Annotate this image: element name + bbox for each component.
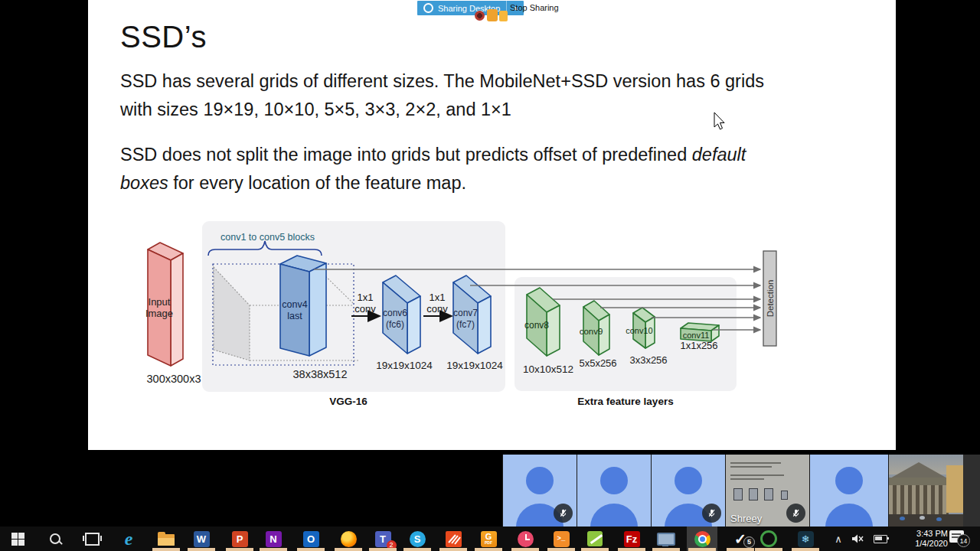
photo-umbrella: [936, 517, 942, 521]
open-app-indicator: [403, 548, 431, 551]
muted-mic-icon: [554, 504, 573, 523]
open-app-indicator: [618, 548, 645, 551]
open-app-indicator: [727, 548, 754, 551]
notification-center-button[interactable]: 14: [949, 530, 964, 543]
thumb-diagram-box: [781, 491, 788, 500]
paragraph-2-line-1: SSD does not split the image into grids …: [120, 141, 746, 169]
participant-tile-2[interactable]: [577, 455, 651, 527]
participant-name: Shreey: [730, 513, 762, 524]
open-app-indicator: [652, 548, 680, 551]
photo-building: [946, 465, 963, 513]
avatar-tile-bg: [810, 455, 888, 527]
avatar-icon: [825, 504, 873, 527]
windows-taskbar: 3:43 PM 1/4/2020 14 eWPNOT2SGPDF>_Fz✓5❄∧: [0, 527, 980, 551]
page-favicon-red-icon: [475, 11, 485, 21]
slide-title: SSD’s: [120, 20, 207, 54]
paragraph-1-line-2: with sizes 19×19, 10×10, 5×5, 3×3, 2×2, …: [120, 96, 764, 124]
photo-umbrella: [900, 517, 905, 520]
open-app-indicator: [369, 548, 397, 551]
start-button-icon[interactable]: [2, 527, 33, 551]
open-app-indicator: [688, 548, 716, 551]
strip-right-gap: [963, 455, 980, 527]
thumb-text-line: [730, 474, 784, 476]
open-app-indicator: [439, 548, 467, 551]
open-app-indicator: [475, 548, 502, 551]
participant-tile-6[interactable]: [888, 455, 963, 527]
muted-mic-icon: [786, 504, 805, 523]
avatar-icon: [600, 467, 628, 494]
stop-sharing-button[interactable]: Stop Sharing: [510, 3, 559, 12]
avatar-icon: [835, 467, 863, 494]
avatar-icon: [526, 467, 554, 494]
avatar-icon: [590, 504, 638, 527]
participant-tile-3[interactable]: [651, 455, 725, 527]
avatar-icon: [675, 467, 702, 494]
open-app-indicator: [547, 548, 575, 551]
paragraph-2-line-2: boxes for every location of the feature …: [120, 169, 746, 197]
thumb-diagram-box: [749, 488, 758, 500]
avatar-tile-bg: [577, 455, 651, 527]
open-app-indicator: [335, 548, 362, 551]
search-button-icon[interactable]: [40, 527, 70, 551]
page-favicon-orange2-icon: [499, 11, 508, 21]
thumb-diagram-box: [733, 488, 743, 500]
pantheon-photo: [889, 455, 963, 527]
open-app-indicator: [297, 548, 325, 551]
open-app-indicator: [226, 548, 253, 551]
photo-umbrella: [920, 516, 925, 520]
sharing-gear-icon: [423, 3, 433, 13]
clock-date: 1/4/2020: [897, 539, 948, 549]
open-app-indicator: [152, 548, 180, 551]
paragraph-1-line-1: SSD has several grids of different sizes…: [120, 67, 764, 96]
sharing-desktop-button[interactable]: Sharing Desktop ▲: [417, 1, 524, 15]
participant-tile-5[interactable]: [809, 455, 888, 527]
open-app-indicator: [755, 548, 782, 551]
thumb-text-line: [730, 466, 772, 468]
open-app-indicator: [581, 548, 609, 551]
thumb-diagram-box: [764, 488, 773, 500]
taskbar-clock[interactable]: 3:43 PM 1/4/2020: [897, 529, 948, 549]
task-view-button-icon[interactable]: [77, 527, 107, 551]
muted-mic-icon: [702, 504, 721, 523]
slide-paragraph-2: SSD does not split the image into grids …: [120, 141, 746, 197]
open-app-indicator: [792, 548, 819, 551]
open-app-indicator: [260, 548, 287, 551]
battery-icon[interactable]: [865, 527, 896, 551]
photo-frieze: [889, 478, 949, 485]
participant-tile-1[interactable]: [502, 455, 577, 527]
participant-tile-4[interactable]: Shreey: [725, 455, 809, 527]
shared-slide: SSD’s SSD has several grids of different…: [88, 0, 896, 450]
notification-count-badge: 14: [957, 534, 970, 547]
clock-time: 3:43 PM: [897, 529, 948, 539]
slide-paragraph-1: SSD has several grids of different sizes…: [120, 67, 764, 123]
thumb-text-line: [730, 478, 764, 480]
photo-columns: [889, 485, 949, 516]
open-app-indicator: [188, 548, 215, 551]
internet-explorer-icon[interactable]: e: [113, 527, 144, 551]
page-favicon-orange-icon: [487, 9, 498, 21]
thumb-text-line: [730, 462, 781, 464]
photo-ground: [889, 514, 963, 527]
open-app-indicator: [511, 548, 539, 551]
